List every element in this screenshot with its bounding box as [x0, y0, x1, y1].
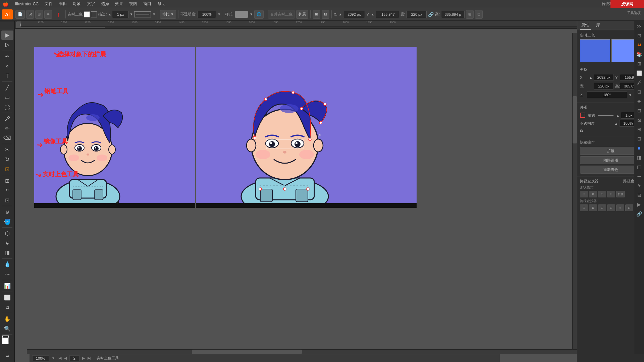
artboard-left[interactable]: 选择对象下的扩展 ➜ ➜ 钢笔工具 ➜ 镜像工具 ➜ 实时上色工具 [34, 47, 195, 208]
image-trace-icon[interactable]: ⊟ [635, 191, 643, 199]
canvas-area[interactable]: 男生头像实操文件.ai* 100% [RGB/GPU 预览] × 1150 12… [15, 21, 577, 362]
artboard-container[interactable]: 选择对象下的扩展 ➜ ➜ 钢笔工具 ➜ 镜像工具 ➜ 实时上色工具 [21, 27, 577, 354]
x-up-prop-icon[interactable]: ▲ [589, 76, 592, 79]
scissors-tool[interactable]: ✂ [1, 145, 13, 155]
expand-btn[interactable]: 扩展 [296, 10, 308, 19]
ellipse-tool[interactable]: ◯ [1, 102, 13, 112]
brush-tool[interactable]: 🖌 [1, 114, 13, 123]
chart-tool[interactable]: 📊 [1, 281, 13, 291]
collapse-icon[interactable]: ≫ [635, 22, 643, 30]
y-up-icon[interactable]: ▲ [371, 12, 374, 16]
exclude-btn[interactable]: ⊞ [607, 191, 615, 197]
nav-next[interactable]: ▶ [82, 356, 85, 360]
menu-illustrator[interactable]: Illustrator CC [12, 1, 41, 7]
stroke-strip-icon[interactable]: ─ [635, 172, 643, 180]
props-tab[interactable]: 属性 [580, 21, 591, 30]
merge-pf-btn[interactable]: ⊡ [598, 204, 606, 211]
scrollbar-vertical[interactable] [572, 33, 577, 349]
pathfinder-link[interactable]: 路径查找器 [580, 179, 598, 184]
divide-btn[interactable]: ⊟ [580, 204, 588, 211]
scrollbar-v-thumb[interactable] [573, 96, 577, 144]
expand-pf-btn[interactable]: 扩展 [616, 191, 625, 197]
scrollbar-h-thumb[interactable] [192, 350, 302, 354]
align-extra-btn[interactable]: ⊞ [466, 10, 474, 19]
properties-icon[interactable]: ⊡ [635, 32, 643, 40]
eraser-tool[interactable]: ⌫ [1, 133, 13, 143]
library-tab[interactable]: 库 [595, 21, 601, 29]
fx-strip-icon[interactable]: fx [635, 182, 643, 190]
outline-btn[interactable]: ○ [616, 204, 624, 211]
align-strip-icon[interactable]: ⊞ [635, 125, 643, 133]
symbols-icon[interactable]: ◈ [635, 97, 643, 105]
x-up-icon[interactable]: ▲ [338, 12, 342, 16]
menu-view[interactable]: 视图 [126, 0, 140, 7]
stroke-box[interactable] [91, 11, 97, 17]
globe-btn[interactable]: 🌐 [254, 10, 264, 19]
intersect-btn[interactable]: ⊡ [598, 191, 606, 197]
fill-color-swatch[interactable] [2, 338, 9, 344]
main-color-preview[interactable] [580, 39, 610, 62]
brush-icon[interactable]: 🖌 [635, 78, 643, 86]
style-dropdown[interactable]: ▼ [250, 12, 253, 16]
zoom-input[interactable] [32, 355, 49, 361]
graphic-styles-icon[interactable]: ⊟ [635, 107, 643, 115]
zoom-dropdown[interactable]: ▼ [52, 356, 55, 360]
transform-strip-icon[interactable]: ⊡ [635, 135, 643, 143]
text-tool[interactable]: T [1, 71, 13, 81]
transform-extra-btn[interactable]: ⊡ [475, 10, 483, 19]
trim-btn[interactable]: ⊠ [589, 204, 597, 211]
color-strip-icon[interactable]: ■ [635, 144, 643, 152]
select-tool[interactable]: ▶ [1, 31, 13, 40]
distrib-btn[interactable]: ⊟ [322, 10, 329, 19]
opacity-dropdown[interactable]: ▼ [217, 12, 221, 16]
menu-help[interactable]: 帮助 [155, 0, 168, 7]
opacity-input[interactable] [198, 11, 216, 18]
scale-tool[interactable]: ⊞ [1, 176, 13, 186]
live-paint-tool[interactable]: 🪣 [1, 217, 13, 226]
unite-btn[interactable]: ⊟ [580, 191, 588, 197]
stroke-width-input[interactable] [112, 11, 129, 18]
h-input[interactable] [441, 11, 465, 18]
expand-quick-btn[interactable]: 扩展 [580, 147, 642, 155]
zoom-tool[interactable]: 🔍 [1, 324, 13, 333]
arrow-down-icon[interactable]: ▼ [129, 12, 133, 16]
free-transform-tool[interactable]: ⊡ [1, 195, 13, 205]
stroke-swatch-icon[interactable] [580, 113, 585, 118]
shape-builder-tool[interactable]: ⊎ [1, 207, 13, 217]
equal-scale-btn[interactable]: 等比 ▼ [160, 10, 176, 19]
artboards-icon[interactable]: ⬜ [635, 69, 643, 77]
blend-tool[interactable]: ⁓ [1, 269, 13, 279]
actions-icon[interactable]: ▶ [635, 200, 643, 208]
fill-box[interactable] [84, 11, 90, 17]
apple-menu[interactable]: 🍎 [3, 1, 8, 7]
align-btn[interactable]: ⊞ [313, 10, 320, 19]
w-prop-input[interactable] [594, 83, 614, 89]
w-input[interactable] [407, 11, 427, 18]
page-input[interactable] [69, 355, 79, 361]
reflect-tool[interactable]: ⊡ [1, 165, 13, 174]
gradient-tool[interactable]: ◨ [1, 248, 13, 257]
stroke-up-icon[interactable]: ▲ [616, 114, 620, 117]
libraries-icon[interactable]: 📚 [635, 50, 643, 58]
nav-prev[interactable]: ◀ [64, 356, 67, 360]
rect-tool[interactable]: ▭ [1, 93, 13, 102]
menu-select[interactable]: 选择 [98, 0, 112, 7]
minus-back-btn[interactable]: ⊟ [625, 204, 633, 211]
opacity-up-icon[interactable]: ▲ [614, 122, 618, 125]
y-input[interactable] [376, 11, 399, 18]
line-tool[interactable]: ╱ [1, 83, 13, 92]
arrow-up-icon[interactable]: ▲ [108, 12, 112, 16]
merge-btn[interactable]: 合并实时上色 [268, 10, 295, 19]
nav-first[interactable]: |◀ [58, 356, 61, 360]
stroke-style-preview[interactable] [134, 11, 151, 17]
appearance-strip-icon[interactable]: ⊠ [635, 116, 643, 124]
scrollbar-horizontal[interactable] [27, 349, 577, 354]
link-icon[interactable]: 🔗 [428, 12, 434, 17]
transparency-strip-icon[interactable]: ◫ [635, 163, 643, 171]
pen-like-btn[interactable]: ✏ [44, 10, 52, 19]
artboard-right[interactable]: ↗ [195, 47, 417, 208]
eyedropper-tool[interactable]: 💧 [1, 260, 13, 269]
menu-edit[interactable]: 编辑 [56, 0, 69, 7]
nav-last[interactable]: ▶| [88, 356, 91, 360]
artboard-tool[interactable]: ⬜ [1, 293, 13, 302]
